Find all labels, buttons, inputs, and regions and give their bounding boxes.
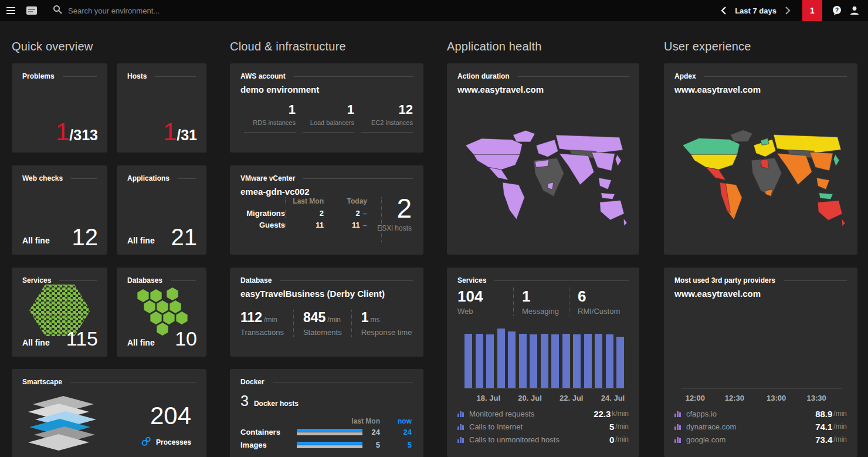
- search: [53, 5, 232, 16]
- tile-applications[interactable]: Applications All fine 21: [117, 165, 206, 255]
- divider: [171, 280, 196, 281]
- service-type-stats: 104 Web 1 Messaging 6 RMI/Custom: [457, 287, 629, 316]
- notification-badge[interactable]: 1: [802, 0, 822, 21]
- search-icon[interactable]: [53, 5, 62, 16]
- tile-title: Applications: [127, 174, 169, 182]
- x-tick: 24. Jul: [601, 394, 625, 402]
- x-tick: 12:30: [725, 394, 744, 402]
- tile-title: Database: [240, 276, 272, 285]
- timeframe-label[interactable]: Last 7 days: [735, 6, 777, 15]
- divider: [518, 76, 629, 77]
- help-icon[interactable]: ?: [828, 0, 846, 21]
- tile-title: Smartscape: [22, 378, 62, 386]
- tile-smartscape[interactable]: Smartscape 204 Processes: [12, 369, 206, 457]
- status-text: All fine: [127, 236, 155, 245]
- world-map-apdex: [673, 120, 848, 244]
- mini-bar-chart-icon: [457, 411, 469, 417]
- status-text: All fine: [127, 338, 155, 347]
- trend-flat-icon: –: [363, 221, 367, 229]
- tile-docker[interactable]: Docker 3 Docker hosts last Mon now Conta…: [230, 369, 423, 457]
- stat-messaging: 1 Messaging: [513, 287, 569, 316]
- migrations-today: 2–: [324, 209, 367, 218]
- application-name: www.easytravel.com: [447, 80, 639, 94]
- mini-bar-chart-icon: [457, 424, 469, 430]
- services-count: 115: [66, 328, 98, 350]
- aws-stat-ec2: 12 EC2 instances: [361, 102, 413, 133]
- divider: [155, 76, 196, 77]
- stat-rmi-custom: 6 RMI/Custom: [569, 287, 620, 316]
- aws-account-name: demo environment: [230, 80, 423, 94]
- application-name: www.easytravel.com: [664, 285, 857, 299]
- services-chart: 18. Jul 20. Jul 22. Jul 24. Jul: [457, 326, 629, 402]
- metric-cfapps: cfapps.io 88.9/min: [674, 407, 847, 420]
- tile-action-duration[interactable]: Action duration www.easytravel.com: [447, 63, 639, 255]
- docker-row-containers: Containers 24 24: [240, 428, 412, 437]
- tile-vmware-vcenter[interactable]: VMware vCenter emea-gdn-vc002 Last Mon T…: [230, 165, 423, 255]
- col-header-today: Today: [324, 197, 367, 205]
- guests-today: 11–: [324, 221, 367, 229]
- status-text: All fine: [22, 338, 50, 347]
- mini-bar-chart-icon: [674, 411, 686, 417]
- aws-stats: 1 RDS instances 1 Load balancers 12 EC2 …: [230, 102, 423, 133]
- hosts-count: 1/31: [163, 120, 197, 144]
- tile-title: Problems: [22, 72, 55, 80]
- providers-chart: 12:00 12:30 13:00 13:30: [674, 326, 847, 402]
- chevron-right-icon[interactable]: [785, 6, 791, 15]
- divider: [63, 76, 97, 77]
- svg-text:?: ?: [835, 7, 839, 13]
- row-label-migrations: Migrations: [240, 209, 285, 218]
- x-axis: 18. Jul 20. Jul 22. Jul 24. Jul: [464, 391, 624, 402]
- open-problems-value: 1: [56, 120, 69, 144]
- provider-metrics: cfapps.io 88.9/min dynatrace.com 74.1/mi…: [674, 407, 847, 446]
- col-header-last-mon: Last Mon: [285, 197, 324, 205]
- tile-3rd-party-providers[interactable]: Most used 3rd party providers www.easytr…: [664, 268, 857, 457]
- tile-database[interactable]: Database easyTravelBusiness (Derby Clien…: [230, 268, 423, 357]
- tile-aws-account[interactable]: AWS account demo environment 1 RDS insta…: [230, 63, 423, 153]
- metric-calls-internet: Calls to Internet 5/min: [457, 420, 629, 433]
- status-text: All fine: [22, 236, 50, 245]
- tile-services[interactable]: Services All fine 115: [12, 268, 107, 357]
- row-label-guests: Guests: [240, 221, 285, 229]
- section-title-application-health: Application health: [447, 40, 542, 53]
- tile-problems[interactable]: Problems 1/313: [12, 63, 107, 153]
- mini-bar-chart-icon: [457, 436, 469, 443]
- x-axis: 12:00 12:30 13:00 13:30: [681, 391, 842, 402]
- divider: [178, 178, 196, 179]
- web-checks-count: 12: [72, 224, 99, 250]
- section-title-quick-overview: Quick overview: [12, 40, 93, 53]
- search-input[interactable]: [68, 6, 232, 15]
- esxi-host-label: ESXi hosts: [377, 224, 412, 232]
- databases-count: 10: [175, 328, 197, 350]
- tile-apdex[interactable]: Apdex www.easytravel.com: [664, 63, 857, 255]
- divider: [381, 197, 382, 242]
- esxi-host-count: 2: [396, 192, 412, 224]
- tile-databases[interactable]: Databases All fine 10: [117, 268, 206, 357]
- smartscape-layers-icon: [27, 396, 97, 457]
- tile-title: Web checks: [22, 174, 63, 182]
- x-tick: 18. Jul: [477, 394, 500, 402]
- world-map-action-duration: [456, 120, 630, 244]
- tile-services-health[interactable]: Services 104 Web 1 Messaging 6 RMI/Custo…: [447, 268, 639, 457]
- col-header-last-mon: last Mon: [339, 417, 380, 425]
- dashboards-icon[interactable]: [21, 0, 42, 21]
- guests-last-mon: 11: [285, 221, 324, 229]
- vmware-table: Last Mon Today Migrations 2 2– Guests 11…: [240, 197, 367, 232]
- total-hosts-value: /31: [177, 128, 197, 143]
- metric-google: google.com 73.4/min: [674, 433, 847, 446]
- tile-hosts[interactable]: Hosts 1/31: [117, 63, 206, 153]
- metric-monitored-requests: Monitored requests 22.3k/min: [457, 407, 629, 420]
- metric-calls-unmonitored: Calls to unmonitored hosts 0/min: [457, 433, 629, 446]
- vcenter-name: emea-gdn-vc002: [230, 182, 423, 197]
- tile-web-checks[interactable]: Web checks All fine 12: [12, 165, 107, 255]
- tile-title: VMware vCenter: [240, 174, 295, 182]
- stat-response-time: 1ms Response time: [351, 310, 422, 337]
- user-icon[interactable]: [846, 0, 863, 21]
- chevron-left-icon[interactable]: [721, 6, 727, 15]
- metric-dynatrace: dynatrace.com 74.1/min: [674, 420, 847, 433]
- menu-icon[interactable]: [0, 0, 21, 21]
- x-tick: 13:00: [767, 394, 786, 402]
- tile-title: Services: [457, 276, 486, 285]
- section-title-user-experience: User experience: [664, 40, 751, 53]
- mini-bar-chart-icon: [674, 436, 686, 443]
- topbar: Last 7 days 1 ?: [0, 0, 868, 21]
